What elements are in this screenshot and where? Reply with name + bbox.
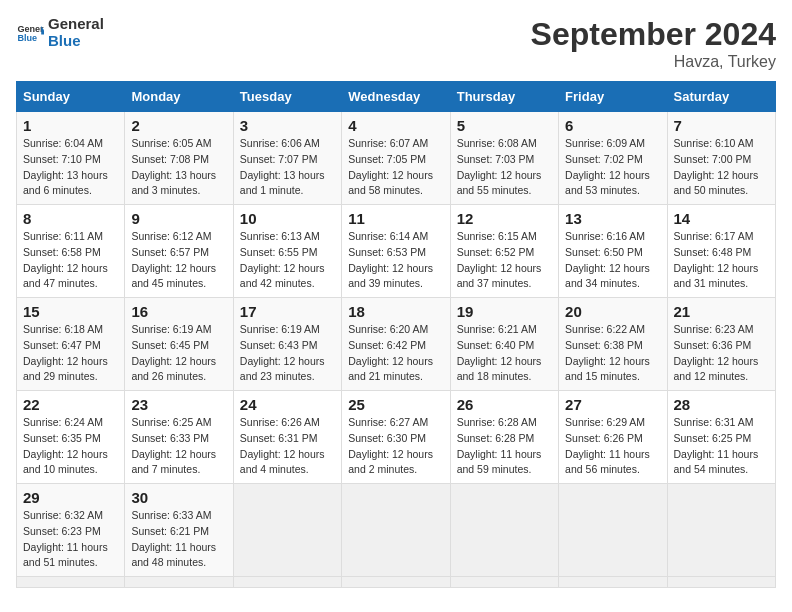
day-detail: Sunrise: 6:14 AMSunset: 6:53 PMDaylight:… xyxy=(348,230,433,289)
day-detail: Sunrise: 6:28 AMSunset: 6:28 PMDaylight:… xyxy=(457,416,542,475)
day-detail: Sunrise: 6:33 AMSunset: 6:21 PMDaylight:… xyxy=(131,509,216,568)
calendar-cell xyxy=(342,484,450,577)
header-monday: Monday xyxy=(125,82,233,112)
calendar-cell: 21 Sunrise: 6:23 AMSunset: 6:36 PMDaylig… xyxy=(667,298,775,391)
header-friday: Friday xyxy=(559,82,667,112)
day-detail: Sunrise: 6:19 AMSunset: 6:45 PMDaylight:… xyxy=(131,323,216,382)
calendar-cell: 3 Sunrise: 6:06 AMSunset: 7:07 PMDayligh… xyxy=(233,112,341,205)
day-number: 13 xyxy=(565,210,660,227)
day-number: 23 xyxy=(131,396,226,413)
day-number: 18 xyxy=(348,303,443,320)
calendar-cell: 17 Sunrise: 6:19 AMSunset: 6:43 PMDaylig… xyxy=(233,298,341,391)
day-number: 19 xyxy=(457,303,552,320)
calendar-cell xyxy=(17,577,125,588)
calendar-cell: 1 Sunrise: 6:04 AMSunset: 7:10 PMDayligh… xyxy=(17,112,125,205)
day-detail: Sunrise: 6:06 AMSunset: 7:07 PMDaylight:… xyxy=(240,137,325,196)
logo-icon: General Blue xyxy=(16,19,44,47)
calendar-cell: 5 Sunrise: 6:08 AMSunset: 7:03 PMDayligh… xyxy=(450,112,558,205)
calendar-cell xyxy=(233,577,341,588)
day-detail: Sunrise: 6:29 AMSunset: 6:26 PMDaylight:… xyxy=(565,416,650,475)
calendar-cell: 19 Sunrise: 6:21 AMSunset: 6:40 PMDaylig… xyxy=(450,298,558,391)
header-wednesday: Wednesday xyxy=(342,82,450,112)
day-detail: Sunrise: 6:26 AMSunset: 6:31 PMDaylight:… xyxy=(240,416,325,475)
day-detail: Sunrise: 6:20 AMSunset: 6:42 PMDaylight:… xyxy=(348,323,433,382)
calendar-cell: 11 Sunrise: 6:14 AMSunset: 6:53 PMDaylig… xyxy=(342,205,450,298)
day-number: 12 xyxy=(457,210,552,227)
calendar-row: 22 Sunrise: 6:24 AMSunset: 6:35 PMDaylig… xyxy=(17,391,776,484)
calendar-table: Sunday Monday Tuesday Wednesday Thursday… xyxy=(16,81,776,588)
calendar-cell: 13 Sunrise: 6:16 AMSunset: 6:50 PMDaylig… xyxy=(559,205,667,298)
day-number: 11 xyxy=(348,210,443,227)
calendar-cell xyxy=(342,577,450,588)
day-detail: Sunrise: 6:04 AMSunset: 7:10 PMDaylight:… xyxy=(23,137,108,196)
svg-text:Blue: Blue xyxy=(17,33,37,43)
calendar-cell: 4 Sunrise: 6:07 AMSunset: 7:05 PMDayligh… xyxy=(342,112,450,205)
day-detail: Sunrise: 6:22 AMSunset: 6:38 PMDaylight:… xyxy=(565,323,650,382)
day-number: 6 xyxy=(565,117,660,134)
calendar-cell: 27 Sunrise: 6:29 AMSunset: 6:26 PMDaylig… xyxy=(559,391,667,484)
day-number: 22 xyxy=(23,396,118,413)
calendar-cell: 2 Sunrise: 6:05 AMSunset: 7:08 PMDayligh… xyxy=(125,112,233,205)
calendar-cell: 25 Sunrise: 6:27 AMSunset: 6:30 PMDaylig… xyxy=(342,391,450,484)
day-detail: Sunrise: 6:17 AMSunset: 6:48 PMDaylight:… xyxy=(674,230,759,289)
day-number: 28 xyxy=(674,396,769,413)
day-detail: Sunrise: 6:11 AMSunset: 6:58 PMDaylight:… xyxy=(23,230,108,289)
day-number: 14 xyxy=(674,210,769,227)
calendar-cell: 26 Sunrise: 6:28 AMSunset: 6:28 PMDaylig… xyxy=(450,391,558,484)
svg-text:General: General xyxy=(17,23,44,33)
day-detail: Sunrise: 6:12 AMSunset: 6:57 PMDaylight:… xyxy=(131,230,216,289)
calendar-cell xyxy=(125,577,233,588)
header-sunday: Sunday xyxy=(17,82,125,112)
calendar-cell: 28 Sunrise: 6:31 AMSunset: 6:25 PMDaylig… xyxy=(667,391,775,484)
day-detail: Sunrise: 6:16 AMSunset: 6:50 PMDaylight:… xyxy=(565,230,650,289)
calendar-cell: 29 Sunrise: 6:32 AMSunset: 6:23 PMDaylig… xyxy=(17,484,125,577)
calendar-row: 15 Sunrise: 6:18 AMSunset: 6:47 PMDaylig… xyxy=(17,298,776,391)
day-detail: Sunrise: 6:21 AMSunset: 6:40 PMDaylight:… xyxy=(457,323,542,382)
logo-general: General xyxy=(48,16,104,33)
calendar-cell: 18 Sunrise: 6:20 AMSunset: 6:42 PMDaylig… xyxy=(342,298,450,391)
day-number: 2 xyxy=(131,117,226,134)
day-number: 21 xyxy=(674,303,769,320)
day-number: 3 xyxy=(240,117,335,134)
calendar-cell: 30 Sunrise: 6:33 AMSunset: 6:21 PMDaylig… xyxy=(125,484,233,577)
day-number: 20 xyxy=(565,303,660,320)
day-number: 27 xyxy=(565,396,660,413)
header-thursday: Thursday xyxy=(450,82,558,112)
day-number: 29 xyxy=(23,489,118,506)
day-detail: Sunrise: 6:25 AMSunset: 6:33 PMDaylight:… xyxy=(131,416,216,475)
calendar-cell xyxy=(559,577,667,588)
calendar-cell: 8 Sunrise: 6:11 AMSunset: 6:58 PMDayligh… xyxy=(17,205,125,298)
calendar-cell xyxy=(667,484,775,577)
calendar-cell: 23 Sunrise: 6:25 AMSunset: 6:33 PMDaylig… xyxy=(125,391,233,484)
calendar-row xyxy=(17,577,776,588)
header-tuesday: Tuesday xyxy=(233,82,341,112)
calendar-cell: 20 Sunrise: 6:22 AMSunset: 6:38 PMDaylig… xyxy=(559,298,667,391)
weekday-header-row: Sunday Monday Tuesday Wednesday Thursday… xyxy=(17,82,776,112)
month-title: September 2024 xyxy=(531,16,776,53)
calendar-row: 1 Sunrise: 6:04 AMSunset: 7:10 PMDayligh… xyxy=(17,112,776,205)
calendar-row: 8 Sunrise: 6:11 AMSunset: 6:58 PMDayligh… xyxy=(17,205,776,298)
day-number: 8 xyxy=(23,210,118,227)
calendar-cell: 10 Sunrise: 6:13 AMSunset: 6:55 PMDaylig… xyxy=(233,205,341,298)
calendar-cell xyxy=(233,484,341,577)
calendar-cell: 14 Sunrise: 6:17 AMSunset: 6:48 PMDaylig… xyxy=(667,205,775,298)
location-title: Havza, Turkey xyxy=(531,53,776,71)
day-detail: Sunrise: 6:31 AMSunset: 6:25 PMDaylight:… xyxy=(674,416,759,475)
day-detail: Sunrise: 6:09 AMSunset: 7:02 PMDaylight:… xyxy=(565,137,650,196)
day-number: 24 xyxy=(240,396,335,413)
calendar-cell: 15 Sunrise: 6:18 AMSunset: 6:47 PMDaylig… xyxy=(17,298,125,391)
page-header: General Blue General Blue September 2024… xyxy=(16,16,776,71)
calendar-cell xyxy=(667,577,775,588)
day-number: 7 xyxy=(674,117,769,134)
calendar-cell xyxy=(450,484,558,577)
day-number: 26 xyxy=(457,396,552,413)
day-detail: Sunrise: 6:24 AMSunset: 6:35 PMDaylight:… xyxy=(23,416,108,475)
day-detail: Sunrise: 6:08 AMSunset: 7:03 PMDaylight:… xyxy=(457,137,542,196)
day-number: 10 xyxy=(240,210,335,227)
day-detail: Sunrise: 6:10 AMSunset: 7:00 PMDaylight:… xyxy=(674,137,759,196)
day-detail: Sunrise: 6:23 AMSunset: 6:36 PMDaylight:… xyxy=(674,323,759,382)
calendar-cell: 22 Sunrise: 6:24 AMSunset: 6:35 PMDaylig… xyxy=(17,391,125,484)
day-number: 5 xyxy=(457,117,552,134)
header-saturday: Saturday xyxy=(667,82,775,112)
day-number: 30 xyxy=(131,489,226,506)
